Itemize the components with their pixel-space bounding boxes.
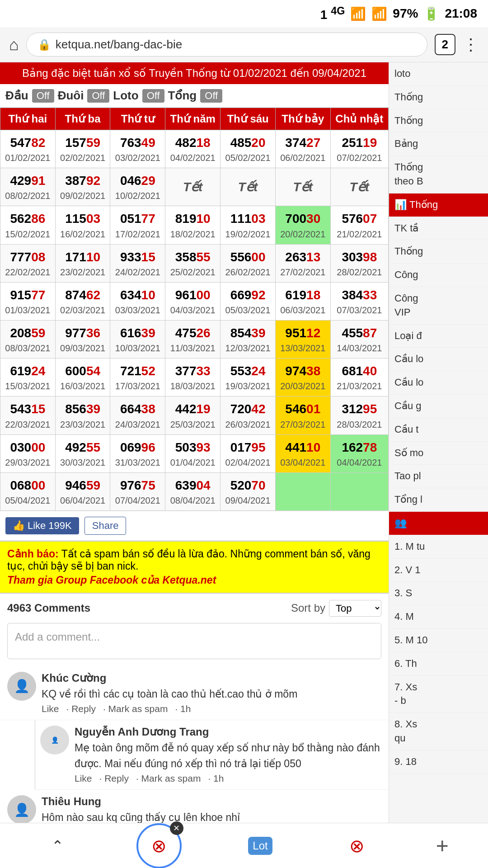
close-icon[interactable]: ✕ [170, 821, 183, 835]
nav-home-circle[interactable]: ⊗ ✕ [136, 823, 182, 868]
sidebar-thong3[interactable]: Thống [389, 240, 488, 264]
table-row: 2631327/02/2021 [275, 244, 330, 282]
table-row: 5207009/04/2021 [221, 472, 276, 510]
sidebar-xs7[interactable]: 7. Xs- b [389, 676, 488, 713]
sidebar-s[interactable]: 3. S [389, 582, 488, 605]
thumb-icon: 👍 [13, 520, 25, 532]
sidebar-tao-pl[interactable]: Tao pl [389, 465, 488, 488]
sort-select[interactable]: Top Newest [329, 600, 381, 617]
like-count: 199K [48, 520, 71, 532]
table-row: 1150316/02/2021 [55, 206, 110, 244]
table-row: 6699205/03/2021 [221, 282, 276, 320]
sidebar-cong-vip[interactable]: CôngVIP [389, 287, 488, 325]
sidebar-m4[interactable]: 4. M [389, 605, 488, 629]
tab-tong-toggle[interactable]: Off [200, 89, 222, 103]
comment-body: Khúc Cường KQ về rồi thì các cụ toàn là … [42, 672, 381, 715]
sidebar-bang[interactable]: Bảng [389, 132, 488, 156]
tab-duoi-toggle[interactable]: Off [87, 89, 109, 103]
spam-action[interactable]: · Mark as spam [103, 703, 168, 714]
browser-chrome: ⌂ 🔒 ketqua.net/bang-dac-bie 2 ⋮ [0, 27, 488, 62]
comment-placeholder: Add a comment... [15, 631, 100, 643]
table-row: 9610004/03/2021 [165, 282, 221, 320]
spam-action[interactable]: · Mark as spam [136, 773, 201, 784]
sidebar-xs8[interactable]: 8. Xsqu [389, 713, 488, 750]
table-row: 2511907/02/2021 [330, 130, 388, 168]
table-row: 8746202/03/2021 [55, 282, 110, 320]
sidebar-thong1[interactable]: Thống [389, 86, 488, 109]
sidebar-18[interactable]: 9. 18 [389, 750, 488, 774]
sidebar-cau-lo2[interactable]: Cầu lo [389, 371, 488, 395]
table-row: 4411003/04/2021 [275, 434, 330, 472]
sort-by-row: Sort by Top Newest [291, 600, 381, 617]
sidebar-thong-theo-b[interactable]: Thốngtheo B [389, 156, 488, 193]
sidebar-thong-chart[interactable]: 📊 Thống [389, 193, 488, 217]
sidebar-thong2[interactable]: Thống [389, 109, 488, 133]
battery-icon: 🔋 [423, 6, 439, 21]
lottery-table: Thứ hai Thứ ba Thứ tư Thứ năm Thứ sáu Th… [0, 108, 389, 511]
bottom-nav: ⌃ ⊗ ✕ Lot ⊗ + [0, 823, 488, 868]
sidebar-th6[interactable]: 6. Th [389, 652, 488, 676]
comment-body: Nguyễn Anh Dương Trang Mẹ toàn ông mõm đ… [75, 726, 381, 784]
tab-loto-toggle[interactable]: Off [142, 89, 164, 103]
sidebar-cau-t[interactable]: Cầu t [389, 418, 488, 442]
tab-dau-toggle[interactable]: Off [32, 89, 54, 103]
table-row: 9773609/03/2021 [55, 320, 110, 358]
col-thu-bay: Thứ bảy [275, 108, 330, 130]
fb-bar: 👍 Like 199K Share [0, 511, 389, 541]
sidebar-cau-lo1[interactable]: Cầu lo [389, 348, 488, 371]
table-row: 0300029/03/2021 [0, 434, 56, 472]
table-row: 0462910/02/2021 [110, 168, 165, 206]
group-link[interactable]: Tham gia Group Facebook của Ketqua.net [7, 574, 381, 586]
sidebar-loai[interactable]: Loại đ [389, 325, 488, 348]
time-stamp: · 1h [175, 703, 191, 714]
group-icon: 👥 [394, 516, 407, 530]
comment-author: Khúc Cường [42, 672, 381, 684]
status-bar: 1 4G 📶 📶 97% 🔋 21:08 [0, 0, 488, 27]
like-action[interactable]: Like [42, 703, 59, 714]
app3-icon: ⊗ [349, 835, 365, 856]
fb-share-button[interactable]: Share [84, 517, 127, 535]
table-row: 9767507/04/2021 [110, 472, 165, 510]
warning-text: Tất cả spam bán số đều là lừa đảo. Những… [7, 548, 371, 572]
table-row: 7215217/03/2021 [110, 359, 165, 396]
table-row: 1627804/04/2021 [330, 434, 388, 472]
sidebar-tk[interactable]: TK tầ [389, 217, 488, 241]
nav-app3-button[interactable]: ⊗ [339, 828, 375, 864]
table-row: 8563923/03/2021 [55, 396, 110, 434]
nav-app2-button[interactable]: Lot [242, 828, 278, 864]
sidebar-group[interactable]: 👥 [389, 512, 488, 535]
table-row: 7204226/03/2021 [221, 396, 276, 434]
avatar-nested: 👤 [40, 726, 69, 755]
home-button[interactable]: ⌂ [9, 35, 19, 54]
sidebar-loto[interactable]: loto [389, 62, 488, 86]
sidebar-v1[interactable]: 2. V 1 [389, 559, 488, 582]
sidebar-so-mo[interactable]: Số mo [389, 442, 488, 465]
table-row: 7003020/02/2021 [275, 206, 330, 244]
sidebar-cau-g[interactable]: Cầu g [389, 395, 488, 418]
nav-plus-button[interactable]: + [436, 833, 449, 858]
sidebar-m-tu[interactable]: 1. M tu [389, 535, 488, 559]
table-row: 6390408/04/2021 [165, 472, 221, 510]
nested-comment-item: 👤 Nguyễn Anh Dương Trang Mẹ toàn ông mõm… [34, 720, 389, 790]
fb-like-button[interactable]: 👍 Like 199K [5, 517, 79, 534]
tab-count[interactable]: 2 [435, 34, 455, 55]
col-thu-tu: Thứ tư [110, 108, 165, 130]
nav-back-button[interactable]: ⌃ [39, 828, 75, 864]
url-bar[interactable]: 🔒 ketqua.net/bang-dac-bie [26, 33, 427, 57]
table-row: 3742706/02/2021 [275, 130, 330, 168]
sidebar-tong-l[interactable]: Tổng l [389, 488, 488, 512]
col-thu-nam: Thứ năm [165, 108, 221, 130]
table-row: 7770822/02/2021 [0, 244, 56, 282]
sidebar-cong[interactable]: Công [389, 264, 488, 287]
table-row: 4925530/03/2021 [55, 434, 110, 472]
menu-button[interactable]: ⋮ [463, 35, 479, 54]
table-row: 9465906/04/2021 [55, 472, 110, 510]
reply-action[interactable]: · Reply [66, 703, 96, 714]
reply-action[interactable]: · Reply [99, 773, 129, 784]
like-action[interactable]: Like [75, 773, 92, 784]
table-row: 4821804/02/2021 [165, 130, 221, 168]
sidebar-m5[interactable]: 5. M 10 [389, 629, 488, 652]
table-row: 5760721/02/2021 [330, 206, 388, 244]
signal-bars: 📶 [371, 6, 387, 21]
comment-input[interactable]: Add a comment... [7, 623, 381, 659]
